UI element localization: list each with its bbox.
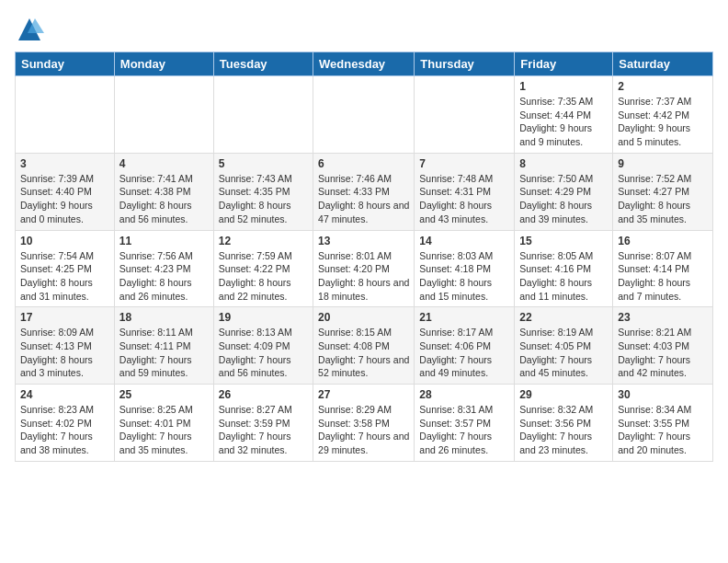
calendar-cell: 18Sunrise: 8:11 AM Sunset: 4:11 PM Dayli…: [114, 307, 213, 385]
calendar-cell: 5Sunrise: 7:43 AM Sunset: 4:35 PM Daylig…: [213, 153, 313, 230]
day-number: 30: [618, 388, 708, 401]
day-number: 9: [618, 157, 708, 170]
day-info: Sunrise: 7:56 AM Sunset: 4:23 PM Dayligh…: [119, 249, 209, 304]
calendar-week-row: 24Sunrise: 8:23 AM Sunset: 4:02 PM Dayli…: [16, 385, 713, 462]
calendar-cell: 15Sunrise: 8:05 AM Sunset: 4:16 PM Dayli…: [515, 230, 613, 307]
calendar-cell: 3Sunrise: 7:39 AM Sunset: 4:40 PM Daylig…: [16, 153, 115, 230]
day-number: 6: [318, 157, 409, 170]
day-number: 26: [219, 388, 308, 401]
calendar-week-row: 10Sunrise: 7:54 AM Sunset: 4:25 PM Dayli…: [16, 230, 713, 307]
day-number: 1: [519, 80, 608, 93]
calendar-cell: [313, 76, 415, 154]
day-info: Sunrise: 7:39 AM Sunset: 4:40 PM Dayligh…: [20, 172, 109, 226]
day-number: 25: [119, 388, 209, 401]
day-info: Sunrise: 8:32 AM Sunset: 3:56 PM Dayligh…: [519, 403, 608, 457]
calendar-week-row: 17Sunrise: 8:09 AM Sunset: 4:13 PM Dayli…: [16, 307, 713, 385]
day-info: Sunrise: 8:19 AM Sunset: 4:05 PM Dayligh…: [519, 326, 608, 380]
weekday-header: Wednesday: [313, 52, 415, 76]
day-number: 17: [20, 311, 109, 324]
calendar-cell: 17Sunrise: 8:09 AM Sunset: 4:13 PM Dayli…: [16, 307, 115, 385]
weekday-header: Sunday: [16, 52, 115, 76]
day-number: 23: [618, 311, 708, 324]
day-number: 27: [318, 388, 409, 401]
calendar-week-row: 3Sunrise: 7:39 AM Sunset: 4:40 PM Daylig…: [16, 153, 713, 230]
day-info: Sunrise: 8:13 AM Sunset: 4:09 PM Dayligh…: [219, 326, 308, 380]
calendar-cell: 2Sunrise: 7:37 AM Sunset: 4:42 PM Daylig…: [613, 76, 713, 154]
calendar-cell: 14Sunrise: 8:03 AM Sunset: 4:18 PM Dayli…: [415, 230, 515, 307]
calendar-cell: 25Sunrise: 8:25 AM Sunset: 4:01 PM Dayli…: [114, 385, 213, 462]
day-info: Sunrise: 8:25 AM Sunset: 4:01 PM Dayligh…: [119, 403, 209, 457]
day-info: Sunrise: 7:50 AM Sunset: 4:29 PM Dayligh…: [519, 172, 608, 226]
day-info: Sunrise: 8:01 AM Sunset: 4:20 PM Dayligh…: [318, 249, 409, 304]
day-info: Sunrise: 7:37 AM Sunset: 4:42 PM Dayligh…: [618, 95, 708, 149]
day-info: Sunrise: 8:03 AM Sunset: 4:18 PM Dayligh…: [419, 249, 509, 304]
calendar-cell: 16Sunrise: 8:07 AM Sunset: 4:14 PM Dayli…: [613, 230, 713, 307]
calendar-cell: 27Sunrise: 8:29 AM Sunset: 3:58 PM Dayli…: [313, 385, 415, 462]
day-info: Sunrise: 7:41 AM Sunset: 4:38 PM Dayligh…: [119, 172, 209, 226]
calendar-cell: 1Sunrise: 7:35 AM Sunset: 4:44 PM Daylig…: [515, 76, 613, 154]
day-number: 14: [419, 235, 509, 247]
calendar-cell: 23Sunrise: 8:21 AM Sunset: 4:03 PM Dayli…: [613, 307, 713, 385]
page-header: [15, 15, 713, 44]
day-info: Sunrise: 7:48 AM Sunset: 4:31 PM Dayligh…: [419, 172, 509, 226]
day-number: 11: [119, 235, 209, 247]
calendar-cell: 12Sunrise: 7:59 AM Sunset: 4:22 PM Dayli…: [213, 230, 313, 307]
day-info: Sunrise: 7:54 AM Sunset: 4:25 PM Dayligh…: [20, 249, 109, 304]
calendar-cell: 10Sunrise: 7:54 AM Sunset: 4:25 PM Dayli…: [16, 230, 115, 307]
calendar-table: SundayMondayTuesdayWednesdayThursdayFrid…: [15, 52, 713, 462]
day-info: Sunrise: 8:09 AM Sunset: 4:13 PM Dayligh…: [20, 326, 109, 380]
day-number: 22: [519, 311, 608, 324]
calendar-cell: 8Sunrise: 7:50 AM Sunset: 4:29 PM Daylig…: [515, 153, 613, 230]
day-number: 15: [519, 235, 608, 247]
day-info: Sunrise: 7:52 AM Sunset: 4:27 PM Dayligh…: [618, 172, 708, 226]
day-number: 3: [20, 157, 109, 170]
day-number: 13: [318, 235, 409, 247]
calendar-cell: 11Sunrise: 7:56 AM Sunset: 4:23 PM Dayli…: [114, 230, 213, 307]
weekday-header: Monday: [114, 52, 213, 76]
calendar-cell: [213, 76, 313, 154]
calendar-cell: 22Sunrise: 8:19 AM Sunset: 4:05 PM Dayli…: [515, 307, 613, 385]
weekday-header: Friday: [515, 52, 613, 76]
day-info: Sunrise: 8:21 AM Sunset: 4:03 PM Dayligh…: [618, 326, 708, 380]
day-info: Sunrise: 7:35 AM Sunset: 4:44 PM Dayligh…: [519, 95, 608, 149]
day-number: 24: [20, 388, 109, 401]
calendar-cell: 4Sunrise: 7:41 AM Sunset: 4:38 PM Daylig…: [114, 153, 213, 230]
day-info: Sunrise: 7:59 AM Sunset: 4:22 PM Dayligh…: [219, 249, 308, 304]
day-number: 29: [519, 388, 608, 401]
day-info: Sunrise: 8:34 AM Sunset: 3:55 PM Dayligh…: [618, 403, 708, 457]
weekday-header: Saturday: [613, 52, 713, 76]
calendar-week-row: 1Sunrise: 7:35 AM Sunset: 4:44 PM Daylig…: [16, 76, 713, 154]
calendar-cell: [415, 76, 515, 154]
day-number: 21: [419, 311, 509, 324]
day-number: 12: [219, 235, 308, 247]
day-info: Sunrise: 8:11 AM Sunset: 4:11 PM Dayligh…: [119, 326, 209, 380]
day-number: 2: [618, 80, 708, 93]
day-number: 10: [20, 235, 109, 247]
calendar-cell: 24Sunrise: 8:23 AM Sunset: 4:02 PM Dayli…: [16, 385, 115, 462]
day-info: Sunrise: 8:31 AM Sunset: 3:57 PM Dayligh…: [419, 403, 509, 457]
day-number: 8: [519, 157, 608, 170]
day-info: Sunrise: 8:15 AM Sunset: 4:08 PM Dayligh…: [318, 326, 409, 380]
day-number: 20: [318, 311, 409, 324]
logo-icon: [15, 15, 44, 44]
calendar-cell: 6Sunrise: 7:46 AM Sunset: 4:33 PM Daylig…: [313, 153, 415, 230]
day-number: 18: [119, 311, 209, 324]
day-number: 4: [119, 157, 209, 170]
calendar-cell: 9Sunrise: 7:52 AM Sunset: 4:27 PM Daylig…: [613, 153, 713, 230]
day-info: Sunrise: 7:46 AM Sunset: 4:33 PM Dayligh…: [318, 172, 409, 226]
calendar-cell: 19Sunrise: 8:13 AM Sunset: 4:09 PM Dayli…: [213, 307, 313, 385]
calendar-cell: 20Sunrise: 8:15 AM Sunset: 4:08 PM Dayli…: [313, 307, 415, 385]
calendar-cell: 26Sunrise: 8:27 AM Sunset: 3:59 PM Dayli…: [213, 385, 313, 462]
weekday-header: Tuesday: [213, 52, 313, 76]
calendar-cell: 21Sunrise: 8:17 AM Sunset: 4:06 PM Dayli…: [415, 307, 515, 385]
day-info: Sunrise: 8:27 AM Sunset: 3:59 PM Dayligh…: [219, 403, 308, 457]
calendar-cell: [114, 76, 213, 154]
day-info: Sunrise: 8:29 AM Sunset: 3:58 PM Dayligh…: [318, 403, 409, 457]
day-info: Sunrise: 7:43 AM Sunset: 4:35 PM Dayligh…: [219, 172, 308, 226]
day-number: 5: [219, 157, 308, 170]
calendar-cell: 30Sunrise: 8:34 AM Sunset: 3:55 PM Dayli…: [613, 385, 713, 462]
calendar-cell: 13Sunrise: 8:01 AM Sunset: 4:20 PM Dayli…: [313, 230, 415, 307]
day-number: 7: [419, 157, 509, 170]
day-number: 28: [419, 388, 509, 401]
calendar-cell: 29Sunrise: 8:32 AM Sunset: 3:56 PM Dayli…: [515, 385, 613, 462]
